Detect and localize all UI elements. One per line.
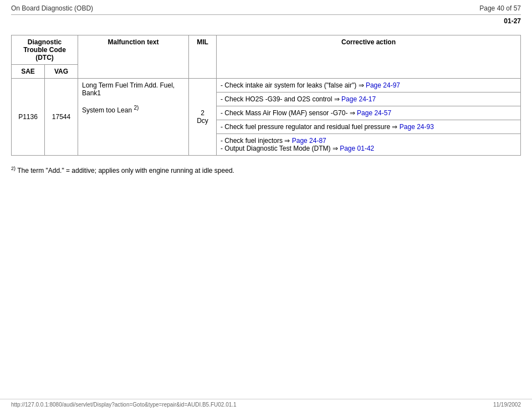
cell-vag: 17544 (45, 79, 78, 156)
footer-date: 11/19/2002 (493, 402, 521, 408)
sae-header: SAE (12, 65, 45, 79)
link-page-24-17[interactable]: Page 24-17 (341, 95, 376, 103)
corrective-row-5: - Check fuel injectors ⇒ Page 24-87 - Ou… (217, 134, 520, 156)
corrective-cell-5: - Check fuel injectors ⇒ Page 24-87 - Ou… (217, 134, 520, 156)
header-right: Page 40 of 57 (479, 4, 521, 12)
link-page-01-42[interactable]: Page 01-42 (340, 145, 374, 152)
page-footer: http://127.0.0.1:8080/audi/servlet/Displ… (0, 399, 532, 408)
corrective-header: Corrective action (217, 35, 521, 79)
table-row: P1136 17544 Long Term Fuel Trim Add. Fue… (12, 79, 521, 156)
diagnostic-table: Diagnostic Trouble Code (DTC) Malfunctio… (11, 35, 521, 156)
mil-header: MIL (189, 35, 217, 79)
link-page-24-93[interactable]: Page 24-93 (400, 123, 434, 131)
footnote-text: 2) The term "Add." = additive; applies o… (11, 167, 234, 174)
corrective-row-3: - Check Mass Air Flow (MAF) sensor -G70-… (217, 106, 520, 120)
link-page-24-87[interactable]: Page 24-87 (292, 137, 326, 145)
cell-sae: P1136 (12, 79, 45, 156)
header-left: On Board Diagnostic (OBD) (11, 4, 93, 12)
link-page-24-97[interactable]: Page 24-97 (366, 81, 400, 89)
link-page-24-57[interactable]: Page 24-57 (357, 109, 391, 117)
dtc-header: Diagnostic Trouble Code (DTC) (12, 35, 78, 65)
corrective-inner-table: - Check intake air system for leaks ("fa… (217, 79, 520, 155)
corrective-cell-1: - Check intake air system for leaks ("fa… (217, 79, 520, 93)
cell-malfunction: Long Term Fuel Trim Add. Fuel, Bank1 Sys… (78, 79, 189, 156)
footnote-number: 2) (11, 166, 16, 171)
vag-header: VAG (45, 65, 78, 79)
corrective-row-4: - Check fuel pressure regulator and resi… (217, 120, 520, 134)
corrective-cell-3: - Check Mass Air Flow (MAF) sensor -G70-… (217, 106, 520, 120)
corrective-row-1: - Check intake air system for leaks ("fa… (217, 79, 520, 93)
corrective-row-2: - Check HO2S -G39- and O2S control ⇒ Pag… (217, 93, 520, 106)
footnote-sup: 2) (134, 105, 139, 111)
footnote-section: 2) The term "Add." = additive; applies o… (0, 161, 532, 179)
corrective-cell-4: - Check fuel pressure regulator and resi… (217, 120, 520, 134)
cell-mil: 2Dcy (189, 79, 217, 156)
corrective-cell-2: - Check HO2S -G39- and O2S control ⇒ Pag… (217, 93, 520, 106)
malfunction-header: Malfunction text (78, 35, 189, 79)
main-content: Diagnostic Trouble Code (DTC) Malfunctio… (0, 29, 532, 161)
header-row-1: Diagnostic Trouble Code (DTC) Malfunctio… (12, 35, 521, 65)
section-number: 01-27 (504, 17, 521, 25)
cell-corrective: - Check intake air system for leaks ("fa… (217, 79, 521, 156)
footer-url: http://127.0.0.1:8080/audi/servlet/Displ… (11, 402, 237, 408)
